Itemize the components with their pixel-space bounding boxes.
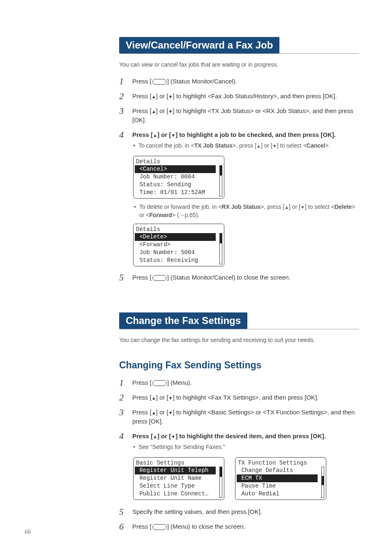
page-number: 66	[25, 528, 31, 535]
lcd-screen-rx-details: Details <Delete> <Forward> Job Number: 5…	[133, 224, 224, 266]
lcd-screen-tx-details: Details <Cancel> Job Number: 0004 Status…	[133, 156, 224, 199]
step-text: ] or [	[157, 131, 171, 138]
lcd-selected-row: Register Unit Teleph	[135, 467, 216, 474]
oval-key-icon	[152, 524, 166, 530]
step-text: ] to highlight <Fax TX Settings>, and th…	[173, 394, 318, 401]
s2-step4: 4 Press [] or [] to highlight the desire…	[119, 432, 359, 451]
lcd-selected-row: <Delete>	[135, 233, 216, 241]
step-text: Press [	[132, 78, 152, 85]
s1-step1: 1 Press [] (Status Monitor/Cancel).	[119, 77, 359, 86]
step-text: ] (Status Monitor/Cancel) to close the s…	[167, 274, 291, 281]
down-triangle-icon	[171, 432, 175, 439]
step-text: Press [	[132, 107, 152, 114]
section-heading-divider: Change the Fax Settings	[119, 312, 359, 329]
step-text: Press [	[132, 379, 152, 386]
lcd-row: Pause Time	[238, 482, 323, 490]
lcd-title: Basic Settings	[136, 459, 221, 467]
step-text: ] to highlight the desired item, and the…	[175, 432, 326, 439]
s2-step3: 3 Press [] or [] to highlight <Basic Set…	[119, 408, 359, 426]
s2-step5: 5 Specify the setting values, and then p…	[119, 507, 359, 516]
lcd-row: Status: Sending	[136, 181, 221, 189]
s2-step6: 6 Press [] (Menu) to close the screen.	[119, 522, 359, 531]
bullet-text: See "Settings for Sending Faxes."	[138, 443, 225, 451]
step-number: 5	[119, 273, 127, 282]
bullet-text: ] to select <	[277, 142, 307, 149]
step-text: ] to highlight <Fax Job Status/History>,…	[173, 92, 337, 99]
bullet-text: To delete or forward the job, in <	[139, 204, 221, 210]
step-number: 2	[119, 393, 127, 402]
section2-title: Change the Fax Settings	[119, 312, 247, 329]
s1-step2: 2 Press [] or [] to highlight <Fax Job S…	[119, 92, 359, 101]
bullet-bold: RX Job Status	[221, 204, 261, 210]
lcd-row: Auto Redial	[238, 490, 323, 498]
step-number: 5	[119, 507, 127, 516]
bullet-text: > (	[172, 212, 179, 218]
subheading: Changing Fax Sending Settings	[119, 360, 359, 371]
step-text: ] or [	[157, 432, 171, 439]
down-triangle-icon	[168, 409, 173, 416]
step-number: 2	[119, 92, 127, 101]
step-text: Press [	[132, 432, 153, 439]
bullet-text: >.	[325, 142, 330, 149]
bullet-bold: Forward	[149, 212, 172, 218]
oval-key-icon	[152, 79, 166, 85]
s1-step3: 3 Press [] or [] to highlight <TX Job St…	[119, 106, 359, 125]
down-triangle-icon	[168, 92, 173, 99]
bullet-text: To cancel the job, in <	[138, 142, 194, 149]
lcd-title: TX Function Settings	[238, 459, 323, 467]
s1-step4: 4 Press [] or [] to highlight a job to b…	[119, 130, 359, 150]
step-text: ] or [	[156, 409, 168, 416]
bullet-icon	[133, 443, 135, 451]
lcd-row: Register Unit Name	[136, 474, 221, 482]
bullet-text: ] or [	[289, 204, 300, 210]
lcd-scrollbar-icon	[219, 233, 222, 264]
step-text: ] or [	[156, 107, 168, 114]
step-text: Press [	[132, 394, 152, 401]
bullet-icon	[133, 141, 135, 150]
right-arrow-icon	[179, 212, 184, 218]
bullet-bold: Delete	[334, 204, 352, 210]
step-text: Press [	[132, 409, 152, 416]
down-triangle-icon	[272, 142, 277, 149]
up-triangle-icon	[153, 131, 157, 138]
step-text: Press [	[132, 274, 152, 281]
lcd-scrollbar-icon	[219, 467, 222, 498]
bullet-bold: TX Job Status	[194, 142, 233, 149]
lcd-row: Job Number: 0004	[136, 173, 221, 181]
lcd-scrollbar-icon	[321, 467, 324, 498]
bullet-icon	[134, 203, 136, 220]
up-triangle-icon	[256, 142, 261, 149]
down-triangle-icon	[171, 131, 175, 138]
step-text: ] or [	[156, 92, 168, 99]
step-text: Press [	[132, 131, 153, 138]
step-number: 3	[119, 408, 127, 417]
lcd-selected-row: ECM TX	[237, 474, 318, 482]
step-text: ] or [	[156, 394, 168, 401]
step-text: Press [	[132, 92, 152, 99]
step-number: 1	[119, 77, 127, 86]
oval-key-icon	[152, 275, 166, 281]
lcd-row: <Forward>	[136, 241, 221, 249]
lcd-screen-tx-function: TX Function Settings Change Defaults ECM…	[235, 457, 326, 500]
step-text: ] to highlight a job to be checked, and …	[175, 131, 336, 138]
s1-step5: 5 Press [] (Status Monitor/Cancel) to cl…	[119, 273, 359, 282]
section2-intro: You can change the fax settings for send…	[119, 337, 359, 343]
step-text: ] (Menu).	[167, 379, 192, 386]
up-triangle-icon	[284, 204, 289, 210]
section1-intro: You can view or cancel fax jobs that are…	[119, 61, 359, 68]
down-triangle-icon	[168, 107, 173, 114]
bullet-bold: Cancel	[307, 142, 325, 149]
lcd-row: Change Defaults	[238, 467, 323, 474]
step-number: 6	[119, 522, 127, 531]
section1-title: View/Cancel/Forward a Fax Job	[119, 37, 279, 53]
step-text: Specify the setting values, and then pre…	[132, 507, 359, 516]
down-triangle-icon	[300, 204, 305, 210]
step-number: 4	[119, 432, 127, 441]
up-triangle-icon	[152, 409, 156, 416]
lcd-title: Details	[136, 226, 221, 234]
lcd-selected-row: <Cancel>	[135, 165, 216, 173]
lcd-row: Time: 01/01 12:52AM	[136, 189, 221, 197]
bullet-text: >, press [	[233, 142, 256, 149]
oval-key-icon	[152, 380, 166, 386]
step-text: ] (Status Monitor/Cancel).	[167, 78, 237, 85]
